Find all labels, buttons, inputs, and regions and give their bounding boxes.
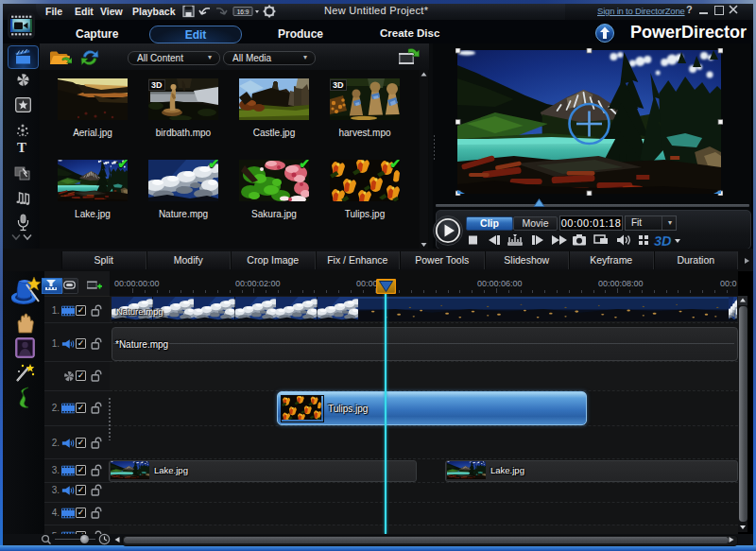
svg-text:16:9: 16:9 — [237, 9, 249, 15]
svg-text:3D: 3D — [654, 233, 672, 248]
